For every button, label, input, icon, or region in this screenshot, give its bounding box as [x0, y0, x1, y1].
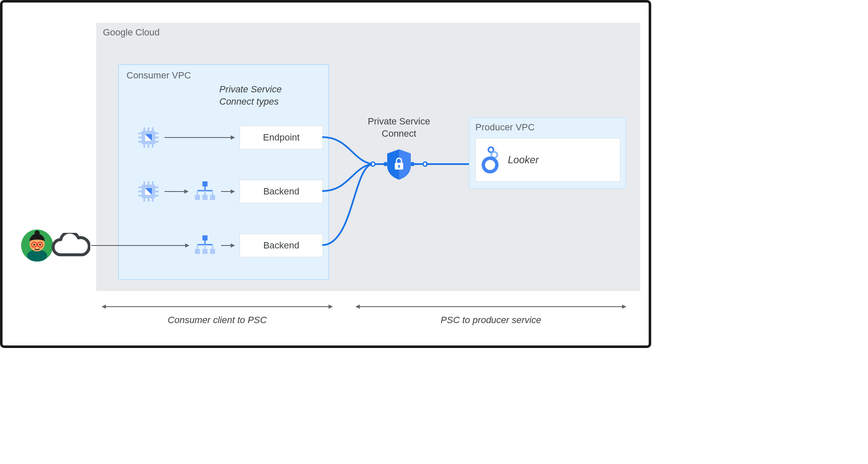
- load-balancer-icon: [193, 233, 217, 256]
- svg-rect-37: [202, 235, 208, 240]
- range-arrow-right: [356, 306, 626, 307]
- backend-label-1: Backend: [263, 186, 299, 197]
- caption-right: PSC to producer service: [356, 315, 626, 326]
- svg-rect-28: [202, 181, 208, 186]
- compute-icon: [137, 180, 160, 203]
- svg-point-60: [423, 162, 427, 166]
- producer-vpc-label: Producer VPC: [475, 122, 535, 133]
- looker-box: Looker: [475, 138, 620, 182]
- compute-icon: [137, 126, 160, 149]
- psc-shield-icon: [369, 145, 429, 183]
- caption-left: Consumer client to PSC: [102, 315, 332, 326]
- arrow-compute-to-endpoint: [164, 137, 235, 138]
- backend-box-2: Backend: [240, 234, 323, 257]
- range-arrow-left: [102, 306, 332, 307]
- looker-icon: [481, 146, 502, 173]
- cloud-icon: [48, 233, 90, 259]
- arrow-lb-to-backend2: [221, 245, 235, 246]
- arrow-cloud-to-lb: [91, 245, 189, 246]
- svg-rect-43: [195, 249, 200, 254]
- consumer-vpc-box: Consumer VPC Private Service Connect typ…: [118, 64, 329, 280]
- producer-vpc-box: Producer VPC Looker: [469, 117, 626, 189]
- svg-point-54: [39, 244, 41, 245]
- svg-point-59: [410, 162, 415, 166]
- arrow-lb-to-backend1: [221, 191, 235, 192]
- looker-label: Looker: [508, 154, 539, 166]
- arrow-compute-to-lb: [164, 191, 188, 192]
- svg-point-57: [383, 162, 388, 166]
- svg-point-53: [33, 244, 35, 245]
- svg-point-49: [35, 230, 40, 235]
- svg-point-47: [27, 250, 47, 262]
- svg-point-66: [483, 158, 497, 172]
- load-balancer-icon: [193, 179, 217, 202]
- endpoint-box: Endpoint: [240, 126, 323, 149]
- psc-center-label: Private Service Connect: [357, 116, 441, 140]
- svg-rect-44: [202, 249, 208, 254]
- endpoint-label: Endpoint: [263, 132, 300, 143]
- svg-rect-34: [195, 195, 200, 200]
- diagram-frame: Google Cloud Consumer VPC Private Servic…: [0, 0, 651, 348]
- backend-label-2: Backend: [263, 240, 299, 251]
- google-cloud-label: Google Cloud: [103, 27, 160, 38]
- svg-rect-35: [202, 195, 208, 200]
- svg-rect-45: [210, 249, 215, 254]
- svg-rect-36: [210, 195, 215, 200]
- svg-point-56: [371, 162, 375, 166]
- consumer-vpc-label: Consumer VPC: [127, 70, 191, 81]
- psc-types-heading: Private Service Connect types: [219, 84, 282, 108]
- backend-box-1: Backend: [240, 180, 323, 203]
